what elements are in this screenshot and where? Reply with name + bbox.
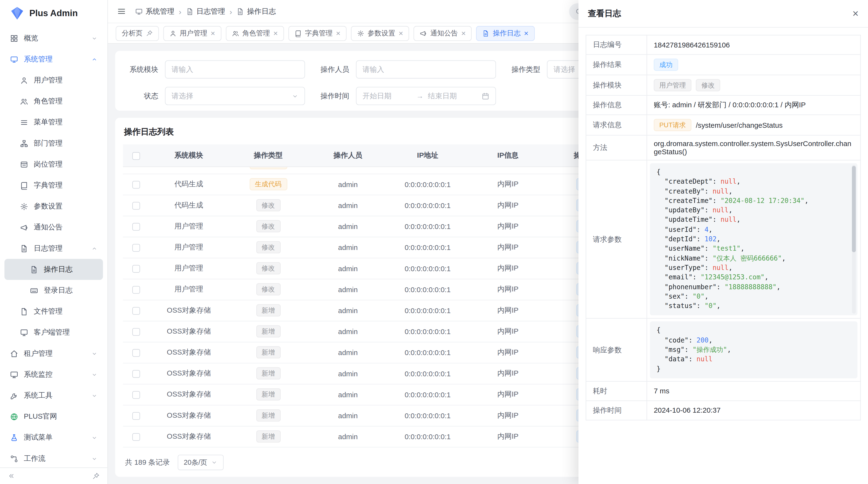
users-icon xyxy=(20,97,28,105)
scrollbar[interactable] xyxy=(852,165,856,314)
row-checkbox[interactable] xyxy=(132,202,140,209)
tab-user-management[interactable]: 用户管理× xyxy=(163,26,221,41)
breadcrumb-separator: › xyxy=(179,7,182,16)
drawer-field-value: { "code": 200, "msg": "操作成功", "data": nu… xyxy=(647,319,861,381)
chevron-down-icon xyxy=(292,93,299,99)
sidebar-item-menu-management[interactable]: 菜单管理 xyxy=(4,112,103,133)
badge-icon xyxy=(20,160,28,168)
drawer-field-row: 响应参数{ "code": 200, "msg": "操作成功", "data"… xyxy=(586,319,861,381)
cell-ip-info: 内网IP xyxy=(468,405,548,426)
sidebar-item-param-settings[interactable]: 参数设置 xyxy=(4,196,103,217)
gear-icon xyxy=(20,202,28,211)
sidebar-item-role-management[interactable]: 角色管理 xyxy=(4,91,103,111)
sidebar-item-system-management[interactable]: 系统管理 xyxy=(4,49,103,70)
menu-toggle-icon[interactable] xyxy=(117,7,126,16)
drawer-field-label: 操作模块 xyxy=(586,75,647,95)
tab-close-icon[interactable]: × xyxy=(336,29,340,37)
column-header[interactable]: 操作类型 xyxy=(228,144,308,167)
column-header[interactable]: IP地址 xyxy=(388,144,468,167)
cell-ip-address: 0:0:0:0:0:0:0:1 xyxy=(388,405,468,426)
sidebar-item-label: 参数设置 xyxy=(34,201,97,211)
row-checkbox[interactable] xyxy=(132,433,140,441)
view-log-drawer: 查看日志 × 日志编号1842781986426159106操作结果成功操作模块… xyxy=(579,0,868,484)
sidebar-item-file-management[interactable]: 文件管理 xyxy=(4,301,103,322)
close-icon[interactable]: × xyxy=(852,8,859,19)
row-checkbox[interactable] xyxy=(132,181,140,189)
list-icon xyxy=(117,7,126,16)
tab-close-icon[interactable]: × xyxy=(524,29,528,37)
row-checkbox[interactable] xyxy=(132,349,140,357)
tab-close-icon[interactable]: × xyxy=(399,29,403,37)
chevup-icon xyxy=(91,56,97,62)
sidebar-item-log-management[interactable]: 日志管理 xyxy=(4,238,103,259)
scrollbar-thumb[interactable] xyxy=(852,166,856,252)
cell-system-module: 用户管理 xyxy=(150,237,228,258)
tab-dict-management[interactable]: 字典管理× xyxy=(288,26,347,41)
sidebar-item-label: 系统工具 xyxy=(24,390,86,400)
sidebar-item-operation-log[interactable]: 操作日志 xyxy=(4,259,103,280)
sidebar-item-system-tools[interactable]: 系统工具 xyxy=(4,385,103,406)
row-checkbox[interactable] xyxy=(132,391,140,399)
sidebar-item-system-monitor[interactable]: 系统监控 xyxy=(4,364,103,385)
cell-system-module: OSS对象存储 xyxy=(150,342,228,363)
column-header[interactable]: IP信息 xyxy=(468,144,548,167)
tab-analysis-page[interactable]: 分析页 xyxy=(116,26,159,41)
sidebar-item-dict-management[interactable]: 字典管理 xyxy=(4,175,103,196)
row-checkbox[interactable] xyxy=(132,328,140,335)
tab-close-icon[interactable]: × xyxy=(461,29,466,37)
cell-ip-info: 内网IP xyxy=(468,216,548,237)
app-logo[interactable]: Plus Admin xyxy=(0,0,107,27)
sidebar-item-test-menu[interactable]: 测试菜单 xyxy=(4,427,103,448)
row-checkbox[interactable] xyxy=(132,265,140,272)
column-header[interactable]: 操作人员 xyxy=(308,144,388,167)
select-all-checkbox[interactable] xyxy=(132,152,140,160)
breadcrumb-item-operation-log[interactable]: 操作日志 xyxy=(237,6,276,16)
collapse-sidebar-icon[interactable] xyxy=(8,473,15,480)
row-checkbox[interactable] xyxy=(132,244,140,252)
tab-label: 操作日志 xyxy=(493,28,521,38)
chevdown-icon xyxy=(211,459,218,466)
row-checkbox[interactable] xyxy=(132,223,140,230)
cell-operator: admin xyxy=(308,258,388,279)
tab-role-management[interactable]: 角色管理× xyxy=(226,26,284,41)
filter-field-time: 操作时间 开始日期 → 结束日期 xyxy=(315,87,496,105)
sidebar-item-workflow[interactable]: 工作流 xyxy=(4,448,103,467)
row-checkbox[interactable] xyxy=(132,286,140,294)
operator-input[interactable] xyxy=(356,60,496,78)
tab-close-icon[interactable]: × xyxy=(211,29,215,37)
json-code-block[interactable]: { "createDept": null, "createBy": null, … xyxy=(650,163,858,316)
page-size-select[interactable]: 20条/页 xyxy=(178,455,224,470)
sidebar-item-post-management[interactable]: 岗位管理 xyxy=(4,154,103,175)
pin-icon xyxy=(92,473,100,480)
row-checkbox[interactable] xyxy=(132,307,140,315)
breadcrumb-item-system-management[interactable]: 系统管理 xyxy=(135,6,174,16)
row-checkbox[interactable] xyxy=(132,370,140,378)
tab-notice[interactable]: 通知公告× xyxy=(414,26,472,41)
sidebar-item-plus-website[interactable]: PLUS官网 xyxy=(4,406,103,427)
drawer-field-label: 请求信息 xyxy=(586,115,647,135)
total-records: 共 189 条记录 xyxy=(125,457,170,467)
tab-operation-log[interactable]: 操作日志× xyxy=(476,26,534,41)
drawer-field-row: 操作时间2024-10-06 12:20:37 xyxy=(586,401,861,420)
sidebar-item-dept-management[interactable]: 部门管理 xyxy=(4,133,103,154)
sidebar-item-overview[interactable]: 概览 xyxy=(4,28,103,49)
chevron-down-icon xyxy=(91,351,97,356)
pin-sidebar-icon[interactable] xyxy=(92,473,100,480)
system-module-input[interactable] xyxy=(165,60,305,78)
operation-time-range[interactable]: 开始日期 → 结束日期 xyxy=(356,87,496,105)
sidebar-item-client-management[interactable]: 客户端管理 xyxy=(4,322,103,343)
sidebar-item-label: PLUS官网 xyxy=(24,412,97,421)
tab-param-settings[interactable]: 参数设置× xyxy=(351,26,409,41)
drawer-badge: 用户管理 xyxy=(654,79,691,91)
status-select[interactable]: 请选择 xyxy=(165,87,305,105)
column-header[interactable]: 系统模块 xyxy=(150,144,228,167)
tab-close-icon[interactable]: × xyxy=(273,29,278,37)
drawer-field-label: 操作结果 xyxy=(586,55,647,75)
sidebar-item-tenant-management[interactable]: 租户管理 xyxy=(4,343,103,364)
breadcrumb-item-log-management[interactable]: 日志管理 xyxy=(186,6,225,16)
chevdown-icon xyxy=(91,372,97,378)
sidebar-item-notice[interactable]: 通知公告 xyxy=(4,217,103,238)
sidebar-item-login-log[interactable]: 登录日志 xyxy=(4,280,103,301)
row-checkbox[interactable] xyxy=(132,412,140,420)
sidebar-item-user-management[interactable]: 用户管理 xyxy=(4,70,103,91)
